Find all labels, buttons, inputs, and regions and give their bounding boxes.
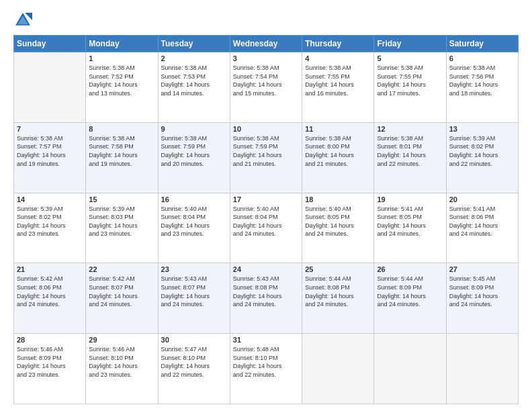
cell-details: Sunrise: 5:42 AM Sunset: 8:07 PM Dayligh… [89,275,154,308]
day-number: 18 [305,195,371,203]
calendar-cell: 18Sunrise: 5:40 AM Sunset: 8:05 PM Dayli… [302,193,374,263]
cell-details: Sunrise: 5:48 AM Sunset: 8:10 PM Dayligh… [233,345,299,379]
page: SundayMondayTuesdayWednesdayThursdayFrid… [0,0,532,411]
calendar-cell: 27Sunrise: 5:45 AM Sunset: 8:09 PM Dayli… [446,263,518,334]
calendar-header-row: SundayMondayTuesdayWednesdayThursdayFrid… [14,36,519,52]
day-number: 9 [161,125,227,133]
calendar-cell: 26Sunrise: 5:44 AM Sunset: 8:09 PM Dayli… [374,263,446,334]
logo-icon [13,11,32,30]
day-number: 1 [89,54,154,62]
cell-details: Sunrise: 5:46 AM Sunset: 8:10 PM Dayligh… [89,345,154,379]
calendar-cell: 25Sunrise: 5:44 AM Sunset: 8:08 PM Dayli… [302,263,374,334]
calendar-cell: 2Sunrise: 5:38 AM Sunset: 7:53 PM Daylig… [158,52,230,123]
day-number: 23 [161,265,227,273]
day-number: 26 [377,265,443,273]
day-number: 2 [161,54,227,62]
day-number: 3 [233,54,299,62]
calendar-cell: 31Sunrise: 5:48 AM Sunset: 8:10 PM Dayli… [230,334,302,404]
cell-details: Sunrise: 5:45 AM Sunset: 8:09 PM Dayligh… [449,275,515,308]
calendar-cell: 20Sunrise: 5:41 AM Sunset: 8:06 PM Dayli… [446,193,518,263]
day-number: 10 [233,125,299,133]
calendar-cell: 1Sunrise: 5:38 AM Sunset: 7:52 PM Daylig… [86,52,158,123]
cell-details: Sunrise: 5:38 AM Sunset: 8:00 PM Dayligh… [305,134,371,168]
day-number: 15 [89,195,154,203]
cell-details: Sunrise: 5:38 AM Sunset: 8:01 PM Dayligh… [377,134,443,168]
calendar-week-3: 14Sunrise: 5:39 AM Sunset: 8:02 PM Dayli… [14,193,519,263]
cell-details: Sunrise: 5:40 AM Sunset: 8:05 PM Dayligh… [305,205,371,238]
calendar-cell [374,334,446,404]
calendar-cell: 9Sunrise: 5:38 AM Sunset: 7:59 PM Daylig… [158,122,230,193]
cell-details: Sunrise: 5:38 AM Sunset: 7:53 PM Dayligh… [161,64,227,97]
cell-details: Sunrise: 5:41 AM Sunset: 8:05 PM Dayligh… [377,205,443,238]
day-number: 30 [161,336,227,344]
calendar-cell [14,52,86,123]
calendar-cell: 15Sunrise: 5:39 AM Sunset: 8:03 PM Dayli… [86,193,158,263]
calendar-cell: 12Sunrise: 5:38 AM Sunset: 8:01 PM Dayli… [374,122,446,193]
day-number: 7 [17,125,83,133]
cell-details: Sunrise: 5:42 AM Sunset: 8:06 PM Dayligh… [17,275,83,308]
calendar-cell: 13Sunrise: 5:39 AM Sunset: 8:02 PM Dayli… [446,122,518,193]
calendar-header-saturday: Saturday [446,36,518,52]
cell-details: Sunrise: 5:40 AM Sunset: 8:04 PM Dayligh… [161,205,227,238]
calendar-cell [302,334,374,404]
day-number: 22 [89,265,154,273]
calendar-header-sunday: Sunday [14,36,86,52]
day-number: 8 [89,125,154,133]
calendar-cell: 3Sunrise: 5:38 AM Sunset: 7:54 PM Daylig… [230,52,302,123]
logo [13,11,35,30]
cell-details: Sunrise: 5:46 AM Sunset: 8:09 PM Dayligh… [17,345,83,379]
cell-details: Sunrise: 5:38 AM Sunset: 7:55 PM Dayligh… [377,64,443,97]
day-number: 17 [233,195,299,203]
calendar-header-monday: Monday [86,36,158,52]
day-number: 6 [449,54,515,62]
calendar-cell: 22Sunrise: 5:42 AM Sunset: 8:07 PM Dayli… [86,263,158,334]
day-number: 29 [89,336,154,344]
calendar-cell [446,334,518,404]
day-number: 14 [17,195,83,203]
calendar-cell: 29Sunrise: 5:46 AM Sunset: 8:10 PM Dayli… [86,334,158,404]
calendar-week-2: 7Sunrise: 5:38 AM Sunset: 7:57 PM Daylig… [14,122,519,193]
day-number: 19 [377,195,443,203]
calendar-header-wednesday: Wednesday [230,36,302,52]
calendar-header-thursday: Thursday [302,36,374,52]
calendar-cell: 16Sunrise: 5:40 AM Sunset: 8:04 PM Dayli… [158,193,230,263]
cell-details: Sunrise: 5:39 AM Sunset: 8:02 PM Dayligh… [449,134,515,168]
calendar-week-5: 28Sunrise: 5:46 AM Sunset: 8:09 PM Dayli… [14,334,519,404]
day-number: 27 [449,265,515,273]
day-number: 4 [305,54,371,62]
cell-details: Sunrise: 5:38 AM Sunset: 7:55 PM Dayligh… [305,64,371,97]
calendar-cell: 8Sunrise: 5:38 AM Sunset: 7:58 PM Daylig… [86,122,158,193]
cell-details: Sunrise: 5:41 AM Sunset: 8:06 PM Dayligh… [449,205,515,238]
cell-details: Sunrise: 5:43 AM Sunset: 8:07 PM Dayligh… [161,275,227,308]
calendar: SundayMondayTuesdayWednesdayThursdayFrid… [13,35,519,404]
cell-details: Sunrise: 5:38 AM Sunset: 7:52 PM Dayligh… [89,64,154,97]
cell-details: Sunrise: 5:38 AM Sunset: 7:58 PM Dayligh… [89,134,154,168]
calendar-cell: 21Sunrise: 5:42 AM Sunset: 8:06 PM Dayli… [14,263,86,334]
calendar-cell: 4Sunrise: 5:38 AM Sunset: 7:55 PM Daylig… [302,52,374,123]
calendar-cell: 24Sunrise: 5:43 AM Sunset: 8:08 PM Dayli… [230,263,302,334]
header [13,11,519,30]
cell-details: Sunrise: 5:38 AM Sunset: 7:57 PM Dayligh… [17,134,83,168]
cell-details: Sunrise: 5:40 AM Sunset: 8:04 PM Dayligh… [233,205,299,238]
cell-details: Sunrise: 5:38 AM Sunset: 7:59 PM Dayligh… [161,134,227,168]
calendar-week-4: 21Sunrise: 5:42 AM Sunset: 8:06 PM Dayli… [14,263,519,334]
calendar-cell: 6Sunrise: 5:38 AM Sunset: 7:56 PM Daylig… [446,52,518,123]
day-number: 11 [305,125,371,133]
calendar-cell: 23Sunrise: 5:43 AM Sunset: 8:07 PM Dayli… [158,263,230,334]
cell-details: Sunrise: 5:44 AM Sunset: 8:09 PM Dayligh… [377,275,443,308]
cell-details: Sunrise: 5:39 AM Sunset: 8:03 PM Dayligh… [89,205,154,238]
calendar-cell: 7Sunrise: 5:38 AM Sunset: 7:57 PM Daylig… [14,122,86,193]
calendar-cell: 30Sunrise: 5:47 AM Sunset: 8:10 PM Dayli… [158,334,230,404]
cell-details: Sunrise: 5:38 AM Sunset: 7:59 PM Dayligh… [233,134,299,168]
day-number: 24 [233,265,299,273]
day-number: 21 [17,265,83,273]
calendar-cell: 11Sunrise: 5:38 AM Sunset: 8:00 PM Dayli… [302,122,374,193]
calendar-cell: 5Sunrise: 5:38 AM Sunset: 7:55 PM Daylig… [374,52,446,123]
cell-details: Sunrise: 5:38 AM Sunset: 7:56 PM Dayligh… [449,64,515,97]
day-number: 5 [377,54,443,62]
calendar-header-friday: Friday [374,36,446,52]
cell-details: Sunrise: 5:47 AM Sunset: 8:10 PM Dayligh… [161,345,227,379]
day-number: 16 [161,195,227,203]
day-number: 25 [305,265,371,273]
cell-details: Sunrise: 5:44 AM Sunset: 8:08 PM Dayligh… [305,275,371,308]
